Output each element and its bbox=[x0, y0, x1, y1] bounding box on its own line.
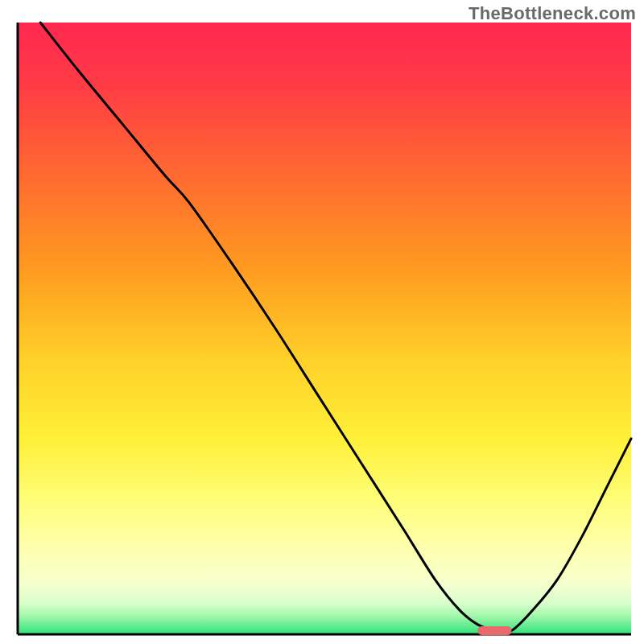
chart-frame: TheBottleneck.com bbox=[0, 0, 644, 644]
bottleneck-chart bbox=[0, 0, 644, 644]
optimum-marker bbox=[478, 626, 512, 635]
plot-background bbox=[18, 23, 631, 634]
